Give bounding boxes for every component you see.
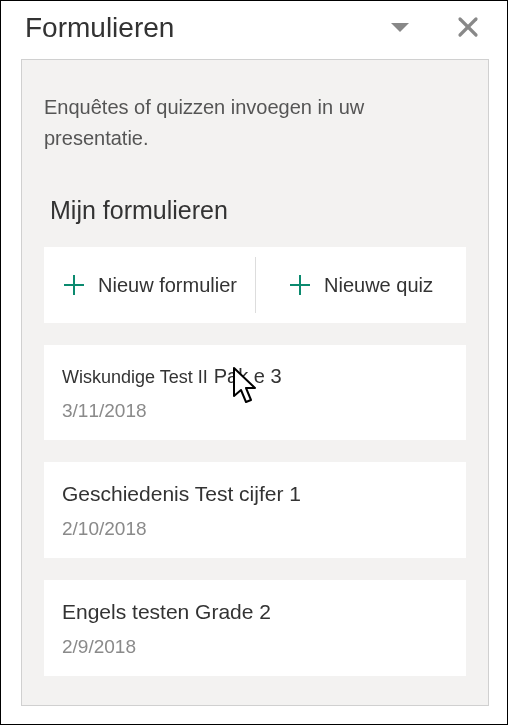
new-quiz-label: Nieuwe quiz — [324, 274, 433, 297]
card-date: 2/9/2018 — [62, 636, 448, 658]
close-button[interactable] — [451, 11, 485, 45]
caret-down-icon — [391, 21, 409, 36]
card-date: 2/10/2018 — [62, 518, 448, 540]
card-header: Wiskundige Test II Pak e 3 — [62, 365, 448, 388]
form-card[interactable]: Wiskundige Test II Pak e 3 3/11/2018 — [44, 345, 466, 440]
plus-icon — [62, 273, 86, 297]
new-quiz-button[interactable]: Nieuwe quiz — [255, 247, 466, 323]
card-title: Engels testen Grade 2 — [62, 600, 448, 624]
new-form-label: Nieuw formulier — [98, 274, 237, 297]
new-form-button[interactable]: Nieuw formulier — [44, 247, 255, 323]
card-subtitle: Pak e 3 — [214, 365, 282, 388]
form-card[interactable]: Geschiedenis Test cijfer 1 2/10/2018 — [44, 462, 466, 558]
card-title: Geschiedenis Test cijfer 1 — [62, 482, 448, 506]
card-title: Wiskundige Test II — [62, 367, 208, 388]
intro-text: Enquêtes of quizzen invoegen in uw prese… — [44, 92, 466, 154]
plus-icon — [288, 273, 312, 297]
close-icon — [457, 16, 479, 41]
card-date: 3/11/2018 — [62, 400, 448, 422]
pane-menu-button[interactable] — [383, 11, 417, 45]
create-row: Nieuw formulier Nieuwe quiz — [44, 247, 466, 323]
content-area: Enquêtes of quizzen invoegen in uw prese… — [21, 59, 489, 706]
form-card[interactable]: Engels testen Grade 2 2/9/2018 — [44, 580, 466, 676]
pane-title: Formulieren — [25, 12, 383, 44]
titlebar: Formulieren — [1, 1, 508, 59]
forms-task-pane: Formulieren Enquêtes of quizzen invoegen… — [1, 1, 508, 725]
svg-marker-0 — [391, 23, 409, 32]
section-title: Mijn formulieren — [50, 196, 466, 225]
